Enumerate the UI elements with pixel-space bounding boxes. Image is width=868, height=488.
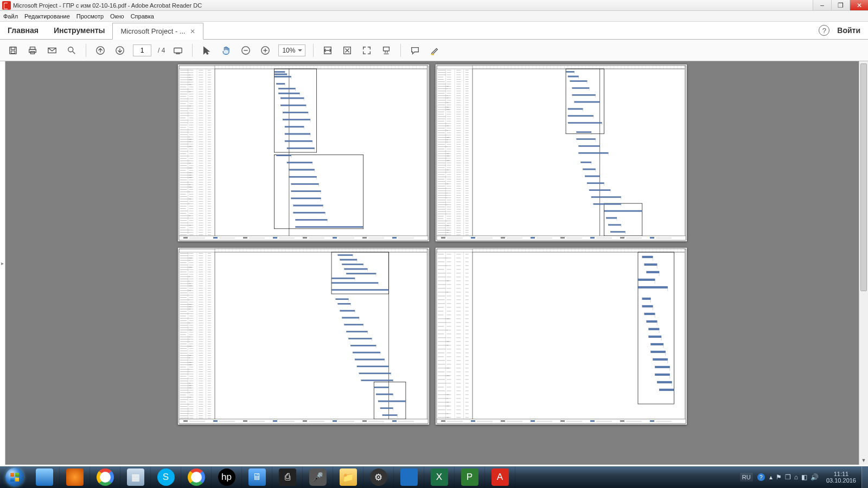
view-settings-icon[interactable] [380, 44, 393, 57]
tab-close-icon[interactable]: ✕ [190, 28, 195, 35]
select-tool-icon[interactable] [200, 44, 213, 57]
svg-rect-1580 [531, 420, 535, 422]
svg-rect-1539 [644, 264, 656, 266]
save-icon[interactable] [7, 44, 20, 57]
svg-rect-1571 [659, 389, 674, 391]
svg-rect-4 [29, 49, 36, 52]
email-icon[interactable] [46, 44, 59, 57]
taskbar-item-netmon[interactable] [394, 466, 424, 488]
show-desktop-button[interactable] [861, 466, 868, 488]
pages-viewport[interactable] [5, 61, 859, 465]
svg-rect-1567 [655, 374, 669, 376]
menu-view[interactable]: Просмотр [76, 13, 104, 20]
svg-rect-389 [283, 112, 308, 113]
flag-icon[interactable]: ⚑ [776, 473, 782, 481]
wmp-icon [66, 468, 84, 486]
devices-icon[interactable]: ⌂ [794, 473, 798, 481]
highlight-icon[interactable] [428, 44, 441, 57]
network-icon[interactable]: ❐ [785, 473, 791, 481]
svg-rect-833 [589, 189, 610, 190]
nav-pane-collapsed[interactable]: ▸ [0, 61, 5, 465]
svg-rect-811 [567, 108, 582, 110]
search-icon[interactable] [65, 44, 78, 57]
login-button[interactable]: Войти [837, 26, 860, 35]
svg-rect-1257 [355, 359, 385, 360]
svg-rect-1255 [353, 352, 380, 353]
volume-icon[interactable]: 🔊 [810, 473, 819, 481]
page-thumbnail[interactable] [178, 248, 429, 425]
svg-rect-1569 [657, 381, 672, 383]
menu-edit[interactable]: Редактирование [24, 13, 70, 20]
scroll-thumb[interactable] [860, 63, 867, 291]
svg-rect-1288 [362, 420, 367, 422]
page-total: / 4 [158, 47, 165, 54]
taskbar-item-chrome-y[interactable] [90, 466, 120, 488]
start-button[interactable] [0, 466, 29, 488]
tab-document-label: Microsoft Project - ... [120, 27, 185, 35]
tab-document[interactable]: Microsoft Project - ... ✕ [112, 23, 203, 40]
svg-rect-1225 [340, 259, 356, 260]
tray-icons[interactable]: ▴ ⚑ ❐ ⌂ ◧ 🔊 [769, 473, 819, 481]
svg-rect-1588 [650, 420, 654, 422]
tab-tools[interactable]: Инструменты [46, 22, 113, 39]
page-down-icon[interactable] [113, 44, 126, 57]
page-thumbnail[interactable] [436, 65, 687, 241]
menu-help[interactable]: Справка [131, 13, 154, 20]
taskbar-item-acrobat[interactable]: A [485, 466, 515, 488]
help-tray-icon[interactable]: ? [757, 473, 765, 481]
comment-icon[interactable] [409, 44, 422, 57]
page-thumbnail[interactable] [178, 65, 429, 241]
taskbar-item-monitor[interactable]: 🖥 [242, 466, 272, 488]
taskbar-item-mic[interactable]: 🎤 [303, 466, 333, 488]
reading-mode-icon[interactable] [171, 44, 184, 57]
clock[interactable]: 11:11 03.10.2016 [823, 471, 859, 484]
menu-window[interactable]: Окно [110, 13, 124, 20]
taskbar-item-scanner[interactable]: ⎙ [272, 466, 303, 488]
svg-rect-426 [213, 237, 218, 239]
chrome-icon [188, 468, 205, 486]
system-tray: RU ? ▴ ⚑ ❐ ⌂ ◧ 🔊 11:11 03.10.2016 [738, 471, 861, 484]
page-thumbnail[interactable] [436, 248, 687, 425]
taskbar-item-wmp[interactable] [60, 466, 90, 488]
tab-home[interactable]: Главная [0, 22, 46, 39]
minimize-button[interactable]: – [813, 0, 831, 10]
hp-icon: hp [218, 468, 235, 486]
page-up-icon[interactable] [94, 44, 107, 57]
svg-rect-395 [285, 133, 310, 134]
language-indicator[interactable]: RU [740, 473, 753, 481]
scroll-down-icon[interactable]: ▼ [859, 455, 868, 465]
hand-tool-icon[interactable] [220, 44, 233, 57]
taskbar-item-calc[interactable]: ▦ [120, 466, 151, 488]
nav-handle-icon[interactable]: ▸ [1, 255, 4, 271]
fit-page-icon[interactable] [341, 44, 354, 57]
taskbar-item-chrome[interactable] [181, 466, 212, 488]
svg-rect-436 [362, 237, 367, 239]
taskbar-item-hp[interactable]: hp [212, 466, 242, 488]
zoom-select[interactable]: 10% [278, 44, 305, 56]
page-number-input[interactable] [133, 44, 151, 56]
taskbar-item-project[interactable]: P [455, 466, 485, 488]
updates-icon[interactable]: ◧ [801, 473, 807, 481]
taskbar-item-explorer[interactable]: 📁 [333, 466, 363, 488]
taskbar-item-ie[interactable] [29, 466, 60, 488]
svg-rect-419 [295, 219, 327, 220]
taskbar-item-skype[interactable]: S [151, 466, 181, 488]
fullscreen-icon[interactable] [360, 44, 373, 57]
fit-width-icon[interactable] [321, 44, 334, 57]
zoom-in-icon[interactable] [259, 44, 272, 57]
taskbar-item-excel[interactable]: X [424, 466, 455, 488]
maximize-button[interactable]: ❐ [831, 0, 850, 10]
help-icon[interactable]: ? [819, 25, 829, 36]
svg-rect-805 [572, 87, 589, 88]
vertical-scrollbar[interactable]: ▲ ▼ [859, 61, 868, 465]
menu-file[interactable]: Файл [3, 13, 18, 20]
print-icon[interactable] [26, 44, 39, 57]
svg-rect-0 [10, 47, 17, 54]
zoom-out-icon[interactable] [239, 44, 252, 57]
tray-overflow-icon[interactable]: ▴ [769, 473, 773, 481]
taskbar-item-gears[interactable]: ⚙ [363, 466, 394, 488]
svg-rect-835 [591, 196, 621, 197]
svg-rect-1251 [348, 338, 372, 339]
svg-rect-799 [566, 71, 575, 72]
close-button[interactable]: ✕ [850, 0, 868, 10]
